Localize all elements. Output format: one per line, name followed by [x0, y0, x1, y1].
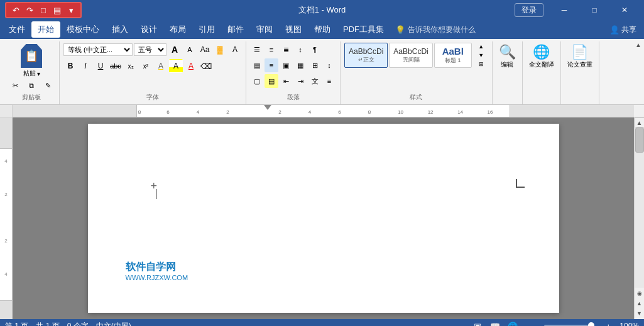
align-justify-btn[interactable]: ▦ [293, 58, 307, 72]
style-normal[interactable]: AaBbCcDi ↵正文 [344, 43, 388, 68]
styles-scroll-down[interactable]: ▼ [474, 52, 488, 59]
watermark-sub: WWW.RJZXW.COM [126, 274, 188, 281]
font-name-select[interactable]: 等线 (中文正... [63, 43, 133, 56]
paragraph-label: 段落 [250, 93, 336, 103]
align-right-btn[interactable]: ▣ [279, 58, 293, 72]
styles-expand[interactable]: ⊞ [474, 60, 488, 68]
open-button[interactable]: ▤ [52, 4, 63, 16]
strikethrough-button[interactable]: abc [109, 59, 123, 73]
underline-button[interactable]: U [94, 59, 107, 73]
view-web-icon[interactable]: 🌐 [506, 320, 519, 326]
redo-button[interactable]: ↷ [24, 4, 35, 16]
document-scroll-area[interactable]: + 软件自学网 WWW.RJZXW.COM [13, 117, 634, 319]
menu-item-insert[interactable]: 插入 [106, 21, 134, 38]
menu-item-review[interactable]: 审阅 [250, 21, 279, 38]
italic-button[interactable]: I [79, 59, 92, 73]
indent-decrease-btn[interactable]: ⇤ [279, 74, 293, 88]
menu-item-design[interactable]: 设计 [134, 21, 163, 38]
quick-access-toolbar: ↶ ↷ □ ▤ ▾ [5, 2, 82, 18]
menu-item-file[interactable]: 文件 [3, 21, 31, 38]
menu-item-home[interactable]: 开始 [31, 21, 60, 38]
line-spacing-btn[interactable]: ↕ [322, 58, 336, 72]
new-button[interactable]: □ [38, 4, 49, 16]
share-button[interactable]: 👤 共享 [604, 24, 641, 35]
show-para-btn[interactable]: ¶ [308, 43, 322, 57]
format-painter-button[interactable]: ✎ [40, 79, 55, 92]
tell-me-area[interactable]: 💡 告诉我你想要做什么 [395, 24, 476, 35]
style-nospace[interactable]: AaBbCcDi 无间隔 [389, 43, 432, 68]
font-group: 等线 (中文正... 五号 A A Aa ▓ A B I U abc x₂ x²… [60, 41, 246, 104]
font-size-decrease[interactable]: A [183, 43, 197, 57]
clipboard-group: 📋 粘贴 ▾ ✂ ⧉ ✎ 剪贴板 [4, 41, 60, 104]
login-button[interactable]: 登录 [515, 3, 543, 17]
paste-button[interactable]: 📋 粘贴 ▾ [18, 43, 45, 79]
column-layout-btn[interactable]: ⊞ [308, 58, 322, 72]
menu-item-mail[interactable]: 邮件 [221, 21, 250, 38]
chinese-layout-btn[interactable]: 文 [308, 74, 322, 88]
view-read-icon[interactable]: 📖 [489, 320, 501, 326]
font-size-select[interactable]: 五号 [134, 43, 166, 56]
translate-content: 🌐 全文翻译 [527, 43, 557, 94]
paragraph-group: ☰ ≡ ≣ ↕ ¶ ▤ ≡ ▣ ▦ ⊞ ↕ ▢ ▤ ⇤ ⇥ 文 ≡ [246, 41, 341, 104]
paper-review-button[interactable]: 📄 论文查重 [565, 43, 595, 70]
copy-button[interactable]: ⧉ [24, 79, 39, 92]
shading-btn[interactable]: ▤ [265, 74, 278, 88]
style-heading1[interactable]: AaBl 标题 1 [434, 43, 472, 68]
view-button[interactable]: ◉ [635, 289, 644, 298]
maximize-button[interactable]: □ [580, 0, 609, 20]
status-right: ▣ 📖 🌐 ─ + 100% [471, 320, 639, 326]
font-color-btn1[interactable]: A [154, 59, 168, 73]
paste-dropdown[interactable]: ▾ [37, 70, 40, 77]
font-size-increase[interactable]: A [168, 43, 182, 57]
zoom-plus-icon[interactable]: + [602, 320, 614, 326]
styles-scroll-up[interactable]: ▲ [474, 43, 488, 50]
ruler-area: // This won't run, handled below 8 6 4 2… [0, 105, 644, 117]
scroll-up-button[interactable]: ▲ [635, 117, 645, 128]
bold-button[interactable]: B [63, 59, 77, 73]
menu-item-view[interactable]: 视图 [279, 21, 308, 38]
menu-item-pdf[interactable]: PDF工具集 [337, 21, 390, 38]
translate-button[interactable]: 🌐 全文翻译 [527, 43, 557, 70]
font-eraser-btn[interactable]: ⌫ [199, 59, 213, 73]
close-button[interactable]: ✕ [610, 0, 639, 20]
prev-page-button[interactable]: ▲ [635, 299, 644, 308]
style-nospace-sample: AaBbCcDi [393, 47, 428, 56]
outline-btn[interactable]: ≣ [279, 43, 293, 57]
menu-item-help[interactable]: 帮助 [308, 21, 337, 38]
menu-item-layout[interactable]: 布局 [163, 21, 192, 38]
align-center-btn[interactable]: ≡ [265, 58, 278, 72]
scroll-track[interactable] [635, 128, 644, 288]
style-normal-label: ↵正文 [358, 56, 374, 64]
para-spacing-btn[interactable]: ≡ [322, 74, 336, 88]
view-layout-icon[interactable]: ▣ [471, 320, 484, 326]
dropdown-button[interactable]: ▾ [65, 4, 77, 16]
cut-button[interactable]: ✂ [8, 79, 23, 92]
number-list-btn[interactable]: ≡ [265, 43, 278, 57]
search-button[interactable]: 🔍 编辑 [496, 43, 518, 70]
clear-format-btn[interactable]: A [228, 43, 242, 57]
font-dialog-btn[interactable]: Aa [198, 43, 212, 57]
next-page-button[interactable]: ▼ [635, 309, 644, 318]
watermark: 软件自学网 WWW.RJZXW.COM [126, 261, 188, 281]
superscript-button[interactable]: x² [139, 59, 153, 73]
font-color-btn2[interactable]: A [184, 59, 198, 73]
border-btn[interactable]: ▢ [250, 74, 264, 88]
sort-btn[interactable]: ↕ [293, 43, 307, 57]
subscript-button[interactable]: x₂ [124, 59, 138, 73]
ribbon-expand-button[interactable]: ▲ [635, 41, 641, 48]
text-highlight-btn[interactable]: ▓ [213, 43, 227, 57]
scroll-thumb[interactable] [635, 128, 644, 153]
menu-item-template[interactable]: 模板中心 [60, 21, 106, 38]
main-area: 4 2 2 4 + 软件自学网 WWW.RJZXW.COM [0, 117, 644, 319]
font-highlight-btn[interactable]: A [169, 59, 183, 73]
minimize-button[interactable]: ─ [550, 0, 579, 20]
align-left-btn[interactable]: ▤ [250, 58, 264, 72]
bullet-list-btn[interactable]: ☰ [250, 43, 264, 57]
word-count: 0 个字 [67, 321, 89, 327]
indent-increase-btn[interactable]: ⇥ [293, 74, 307, 88]
menu-item-reference[interactable]: 引用 [192, 21, 221, 38]
editing-content: 🔍 编辑 [496, 43, 518, 94]
undo-button[interactable]: ↶ [10, 4, 21, 16]
zoom-minus-icon[interactable]: ─ [524, 320, 537, 326]
document-page[interactable]: + 软件自学网 WWW.RJZXW.COM [88, 124, 559, 313]
